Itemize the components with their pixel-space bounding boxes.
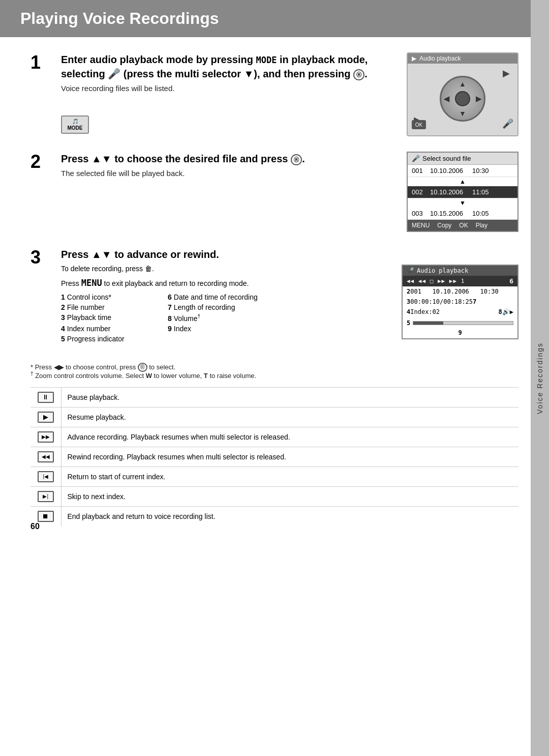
- step-1-number: 1: [30, 52, 56, 136]
- label-2-indicator: 2: [407, 288, 410, 295]
- step-3-content: Press ▲▼ to advance or rewind. To delete…: [61, 247, 518, 348]
- nav-up: ▲: [459, 80, 466, 88]
- nav-down: ▼: [459, 109, 466, 118]
- sound-file-header: 🎤 Select sound file: [408, 153, 517, 165]
- menu-label: MENU: [412, 222, 430, 229]
- play-icon-top-right: ▶: [503, 68, 510, 79]
- forward-icon-cell: ▶▶: [30, 427, 61, 447]
- ok-button: OK: [412, 120, 426, 129]
- forward-icon: ▶▶: [38, 431, 54, 443]
- action-table: ⏸ Pause playback. ▶ Resume playback. ▶▶ …: [30, 387, 518, 526]
- rewind-description: Rewind recording. Playback resumes when …: [61, 447, 518, 467]
- next-index-description: Skip to next index.: [61, 486, 518, 506]
- step-3-note1: To delete recording, press 🗑.: [61, 265, 391, 273]
- step-1-desc: Voice recording files will be listed.: [61, 84, 396, 93]
- stop-description: End playback and return to voice recordi…: [61, 506, 518, 526]
- forward-description: Advance recording. Playback resumes when…: [61, 427, 518, 447]
- nav-right: ▶: [476, 95, 481, 103]
- action-row-play: ▶ Resume playback.: [30, 407, 518, 427]
- start-index-icon: |◀: [38, 471, 54, 482]
- step-3-note2: Press MENU to exit playback and return t…: [61, 278, 391, 288]
- step-2-content: Press ▲▼ to choose the desired file and …: [61, 152, 518, 232]
- pause-icon-cell: ⏸: [30, 387, 61, 407]
- audio-playback-screen-1: ▶ Audio playback ▶ ▲ ▼ ◀ ▶: [407, 52, 518, 136]
- action-row-start-index: |◀ Return to start of current index.: [30, 467, 518, 486]
- step-2-desc: The selected file will be played back.: [61, 169, 396, 178]
- action-row-rewind: ◀◀ Rewind recording. Playback resumes wh…: [30, 447, 518, 467]
- pause-icon: ⏸: [38, 392, 54, 403]
- progress-bar-fill: [413, 322, 443, 325]
- footnotes: * Press ◀▶ to choose control, press ® to…: [30, 363, 518, 380]
- label-8: 8 Volume†: [168, 313, 280, 323]
- nav-left: ◀: [444, 95, 449, 103]
- action-row-stop: ⏹ End playback and return to voice recor…: [30, 506, 518, 526]
- controls-icons: ◀◀ ◀◀ □ ▶▶ ▶▶ 1: [407, 278, 465, 284]
- mode-button-icon: 🎵 MODE: [61, 115, 89, 134]
- main-content: 1 Enter audio playback mode by pressing …: [0, 37, 549, 541]
- label-3: 3 Playback time: [61, 313, 163, 323]
- next-index-icon-cell: ▶|: [30, 486, 61, 506]
- copy-label: Copy: [437, 222, 451, 229]
- stop-icon: ⏹: [38, 511, 54, 522]
- ok-label: OK: [459, 222, 468, 229]
- label-5-indicator: 5: [407, 319, 410, 327]
- audio-playback-screen-2: 🎤 Audio playback ◀◀ ◀◀ □ ▶▶ ▶▶ 1 6 2001 …: [402, 265, 518, 339]
- arrow-up: ▲: [408, 177, 517, 186]
- step-1-content: Enter audio playback mode by pressing MO…: [61, 52, 518, 136]
- page-number: 60: [30, 522, 40, 531]
- step-2-title: Press ▲▼ to choose the desired file and …: [61, 152, 396, 166]
- apb-header: 🎤 Audio playback: [403, 266, 517, 276]
- label-1: 1 Control icons*: [61, 293, 163, 301]
- nav-circle: ▲ ▼ ◀ ▶: [440, 76, 485, 122]
- apb-row2: 2001 10.10.2006 10:30: [403, 286, 517, 297]
- arrow-down: ▼: [408, 198, 517, 208]
- sidebar-label: Voice Recordings: [531, 0, 549, 756]
- step-2-number: 2: [30, 152, 56, 232]
- action-row-forward: ▶▶ Advance recording. Playback resumes w…: [30, 427, 518, 447]
- mic-icon-2: 🎤: [407, 267, 414, 274]
- resume-play-icon: ▶: [38, 412, 54, 423]
- step-1: 1 Enter audio playback mode by pressing …: [30, 52, 518, 136]
- play-icon-cell: ▶: [30, 407, 61, 427]
- apb-row3: 300:00:10/00:18:257: [403, 297, 517, 307]
- play-label: Play: [476, 222, 487, 229]
- label-2: 2 File number: [61, 303, 163, 311]
- page-title-bar: Playing Voice Recordings: [0, 0, 549, 37]
- next-index-icon: ▶|: [38, 491, 54, 502]
- step-2-screen: 🎤 Select sound file 001 10.10.2006 10:30…: [407, 152, 518, 232]
- page-title: Playing Voice Recordings: [20, 9, 529, 28]
- step-1-screen: ▶ Audio playback ▶ ▲ ▼ ◀ ▶: [407, 52, 518, 136]
- play-indicator: ▶: [412, 55, 416, 62]
- pause-description: Pause playback.: [61, 387, 518, 407]
- file-row-1: 001 10.10.2006 10:30: [408, 165, 517, 177]
- step-3: 3 Press ▲▼ to advance or rewind. To dele…: [30, 247, 518, 348]
- sound-file-title: Select sound file: [422, 155, 471, 162]
- progress-bar: [413, 321, 513, 325]
- apb-progress-row: 5: [403, 317, 517, 329]
- footnote-2: † Zoom control controls volume. Select W…: [30, 371, 518, 380]
- label-9: 9 Index: [168, 325, 280, 333]
- apb-label-9: 9: [403, 329, 517, 338]
- file-row-3: 003 10.15.2006 10:05: [408, 208, 517, 220]
- step-1-title: Enter audio playback mode by pressing MO…: [61, 52, 396, 81]
- rewind-icon-cell: ◀◀: [30, 447, 61, 467]
- file-row-2-selected: 002 10.10.2006 11:05: [408, 186, 517, 198]
- microphone-icon: 🎤: [412, 155, 420, 162]
- label-6: 6 Date and time of recording: [168, 293, 280, 301]
- label-5: 5 Progress indicator: [61, 335, 163, 343]
- nav-center: [455, 91, 470, 106]
- labels-grid: 1 Control icons* 6 Date and time of reco…: [61, 293, 391, 343]
- rewind-icon: ◀◀: [38, 451, 54, 462]
- start-index-description: Return to start of current index.: [61, 467, 518, 486]
- action-row-pause: ⏸ Pause playback.: [30, 387, 518, 407]
- action-row-next-index: ▶| Skip to next index.: [30, 486, 518, 506]
- footnote-1: * Press ◀▶ to choose control, press ® to…: [30, 363, 518, 371]
- sidebar-label-text: Voice Recordings: [536, 342, 544, 414]
- sound-file-footer: MENU Copy OK Play: [408, 220, 517, 231]
- apb-row4: 4Index:02 8🔊▶: [403, 307, 517, 317]
- start-index-icon-cell: |◀: [30, 467, 61, 486]
- label-4: 4 Index number: [61, 325, 163, 333]
- screen-bottom-icon: 🎤: [502, 118, 513, 129]
- screen-1-label: Audio playback: [419, 55, 461, 62]
- step-3-title: Press ▲▼ to advance or rewind.: [61, 247, 518, 261]
